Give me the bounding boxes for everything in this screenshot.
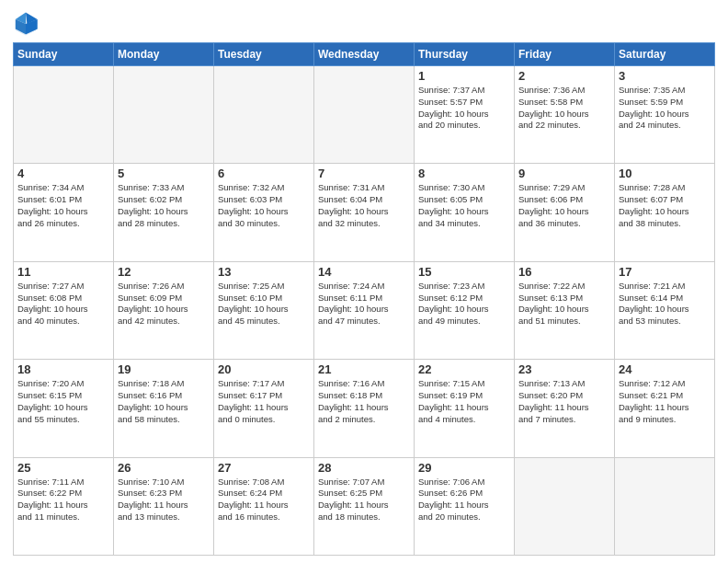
weekday-header-sunday: Sunday — [14, 43, 114, 66]
day-info: Sunrise: 7:11 AM Sunset: 6:22 PM Dayligh… — [17, 477, 109, 523]
day-info: Sunrise: 7:21 AM Sunset: 6:14 PM Dayligh… — [619, 281, 711, 327]
day-info: Sunrise: 7:10 AM Sunset: 6:23 PM Dayligh… — [118, 477, 210, 523]
weekday-header-friday: Friday — [515, 43, 615, 66]
calendar-cell — [214, 66, 314, 164]
weekday-header-monday: Monday — [114, 43, 214, 66]
calendar-cell: 22Sunrise: 7:15 AM Sunset: 6:19 PM Dayli… — [415, 360, 515, 457]
day-number: 1 — [418, 69, 510, 83]
calendar-week-row: 4Sunrise: 7:34 AM Sunset: 6:01 PM Daylig… — [14, 164, 715, 261]
day-number: 19 — [118, 362, 210, 376]
day-number: 26 — [118, 461, 210, 475]
calendar-cell: 8Sunrise: 7:30 AM Sunset: 6:05 PM Daylig… — [415, 164, 515, 261]
header — [13, 11, 715, 37]
day-info: Sunrise: 7:30 AM Sunset: 6:05 PM Dayligh… — [418, 182, 510, 229]
day-info: Sunrise: 7:06 AM Sunset: 6:26 PM Dayligh… — [418, 477, 510, 523]
day-number: 12 — [118, 265, 210, 279]
weekday-header-wednesday: Wednesday — [314, 43, 415, 66]
day-info: Sunrise: 7:23 AM Sunset: 6:12 PM Dayligh… — [418, 281, 510, 327]
day-info: Sunrise: 7:17 AM Sunset: 6:17 PM Dayligh… — [218, 378, 310, 425]
calendar-week-row: 18Sunrise: 7:20 AM Sunset: 6:15 PM Dayli… — [14, 360, 715, 457]
calendar-cell: 1Sunrise: 7:37 AM Sunset: 5:57 PM Daylig… — [415, 66, 515, 164]
day-number: 22 — [418, 362, 510, 376]
page: SundayMondayTuesdayWednesdayThursdayFrid… — [0, 0, 728, 563]
day-info: Sunrise: 7:29 AM Sunset: 6:06 PM Dayligh… — [518, 182, 610, 229]
calendar-cell: 13Sunrise: 7:25 AM Sunset: 6:10 PM Dayli… — [214, 261, 314, 359]
calendar-table: SundayMondayTuesdayWednesdayThursdayFrid… — [13, 42, 715, 556]
day-number: 25 — [17, 461, 109, 475]
calendar-cell: 21Sunrise: 7:16 AM Sunset: 6:18 PM Dayli… — [314, 360, 415, 457]
calendar-cell: 12Sunrise: 7:26 AM Sunset: 6:09 PM Dayli… — [114, 261, 214, 359]
calendar-cell: 11Sunrise: 7:27 AM Sunset: 6:08 PM Dayli… — [14, 261, 114, 359]
day-info: Sunrise: 7:31 AM Sunset: 6:04 PM Dayligh… — [318, 182, 410, 229]
day-info: Sunrise: 7:35 AM Sunset: 5:59 PM Dayligh… — [619, 85, 711, 132]
day-number: 13 — [218, 265, 310, 279]
day-number: 15 — [418, 265, 510, 279]
day-number: 16 — [518, 265, 610, 279]
day-number: 28 — [318, 461, 410, 475]
calendar-cell — [14, 66, 114, 164]
day-number: 2 — [518, 69, 610, 83]
calendar-week-row: 11Sunrise: 7:27 AM Sunset: 6:08 PM Dayli… — [14, 261, 715, 359]
day-number: 10 — [619, 167, 711, 180]
calendar-cell: 27Sunrise: 7:08 AM Sunset: 6:24 PM Dayli… — [214, 457, 314, 555]
calendar-cell: 3Sunrise: 7:35 AM Sunset: 5:59 PM Daylig… — [615, 66, 715, 164]
calendar-cell: 7Sunrise: 7:31 AM Sunset: 6:04 PM Daylig… — [314, 164, 415, 261]
calendar-cell: 10Sunrise: 7:28 AM Sunset: 6:07 PM Dayli… — [615, 164, 715, 261]
day-number: 18 — [17, 362, 109, 376]
day-info: Sunrise: 7:36 AM Sunset: 5:58 PM Dayligh… — [518, 85, 610, 132]
day-number: 7 — [318, 167, 410, 180]
calendar-cell: 29Sunrise: 7:06 AM Sunset: 6:26 PM Dayli… — [415, 457, 515, 555]
day-number: 29 — [418, 461, 510, 475]
calendar-cell — [114, 66, 214, 164]
day-number: 6 — [218, 167, 310, 180]
day-info: Sunrise: 7:32 AM Sunset: 6:03 PM Dayligh… — [218, 182, 310, 229]
day-number: 14 — [318, 265, 410, 279]
day-number: 21 — [318, 362, 410, 376]
weekday-header-saturday: Saturday — [615, 43, 715, 66]
day-info: Sunrise: 7:12 AM Sunset: 6:21 PM Dayligh… — [619, 378, 711, 425]
calendar-cell: 15Sunrise: 7:23 AM Sunset: 6:12 PM Dayli… — [415, 261, 515, 359]
calendar-cell: 2Sunrise: 7:36 AM Sunset: 5:58 PM Daylig… — [515, 66, 615, 164]
calendar-cell: 19Sunrise: 7:18 AM Sunset: 6:16 PM Dayli… — [114, 360, 214, 457]
day-info: Sunrise: 7:16 AM Sunset: 6:18 PM Dayligh… — [318, 378, 410, 425]
day-number: 27 — [218, 461, 310, 475]
calendar-cell: 20Sunrise: 7:17 AM Sunset: 6:17 PM Dayli… — [214, 360, 314, 457]
day-info: Sunrise: 7:24 AM Sunset: 6:11 PM Dayligh… — [318, 281, 410, 327]
day-info: Sunrise: 7:34 AM Sunset: 6:01 PM Dayligh… — [17, 182, 109, 229]
day-number: 5 — [118, 167, 210, 180]
calendar-cell: 14Sunrise: 7:24 AM Sunset: 6:11 PM Dayli… — [314, 261, 415, 359]
calendar-cell — [515, 457, 615, 555]
day-number: 3 — [619, 69, 711, 83]
day-info: Sunrise: 7:20 AM Sunset: 6:15 PM Dayligh… — [17, 378, 109, 425]
day-info: Sunrise: 7:25 AM Sunset: 6:10 PM Dayligh… — [218, 281, 310, 327]
day-number: 11 — [17, 265, 109, 279]
calendar-cell: 18Sunrise: 7:20 AM Sunset: 6:15 PM Dayli… — [14, 360, 114, 457]
calendar-cell: 24Sunrise: 7:12 AM Sunset: 6:21 PM Dayli… — [615, 360, 715, 457]
day-info: Sunrise: 7:22 AM Sunset: 6:13 PM Dayligh… — [518, 281, 610, 327]
day-info: Sunrise: 7:18 AM Sunset: 6:16 PM Dayligh… — [118, 378, 210, 425]
calendar-cell — [615, 457, 715, 555]
logo — [13, 11, 42, 37]
weekday-header-thursday: Thursday — [415, 43, 515, 66]
day-info: Sunrise: 7:07 AM Sunset: 6:25 PM Dayligh… — [318, 477, 410, 523]
calendar-cell: 9Sunrise: 7:29 AM Sunset: 6:06 PM Daylig… — [515, 164, 615, 261]
day-info: Sunrise: 7:33 AM Sunset: 6:02 PM Dayligh… — [118, 182, 210, 229]
weekday-header-tuesday: Tuesday — [214, 43, 314, 66]
day-info: Sunrise: 7:26 AM Sunset: 6:09 PM Dayligh… — [118, 281, 210, 327]
calendar-cell: 25Sunrise: 7:11 AM Sunset: 6:22 PM Dayli… — [14, 457, 114, 555]
day-info: Sunrise: 7:28 AM Sunset: 6:07 PM Dayligh… — [619, 182, 711, 229]
day-info: Sunrise: 7:15 AM Sunset: 6:19 PM Dayligh… — [418, 378, 510, 425]
day-number: 24 — [619, 362, 711, 376]
day-info: Sunrise: 7:13 AM Sunset: 6:20 PM Dayligh… — [518, 378, 610, 425]
calendar-cell: 17Sunrise: 7:21 AM Sunset: 6:14 PM Dayli… — [615, 261, 715, 359]
calendar-cell: 5Sunrise: 7:33 AM Sunset: 6:02 PM Daylig… — [114, 164, 214, 261]
day-number: 8 — [418, 167, 510, 180]
day-info: Sunrise: 7:37 AM Sunset: 5:57 PM Dayligh… — [418, 85, 510, 132]
day-number: 20 — [218, 362, 310, 376]
weekday-header-row: SundayMondayTuesdayWednesdayThursdayFrid… — [14, 43, 715, 66]
day-number: 9 — [518, 167, 610, 180]
day-number: 17 — [619, 265, 711, 279]
day-info: Sunrise: 7:08 AM Sunset: 6:24 PM Dayligh… — [218, 477, 310, 523]
calendar-cell: 23Sunrise: 7:13 AM Sunset: 6:20 PM Dayli… — [515, 360, 615, 457]
day-info: Sunrise: 7:27 AM Sunset: 6:08 PM Dayligh… — [17, 281, 109, 327]
